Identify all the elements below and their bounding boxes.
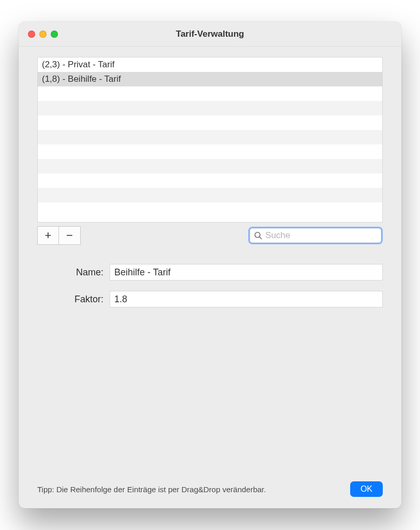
name-row: Name:: [37, 264, 383, 281]
list-toolbar: + −: [37, 225, 383, 246]
search-field[interactable]: [248, 227, 383, 244]
remove-button[interactable]: −: [59, 226, 81, 245]
traffic-lights: [28, 31, 58, 38]
list-item[interactable]: [38, 173, 382, 188]
close-icon[interactable]: [28, 31, 35, 38]
window: Tarif-Verwaltung (2,3) - Privat - Tarif(…: [19, 22, 401, 508]
name-label: Name:: [37, 267, 110, 278]
list-item[interactable]: [38, 188, 382, 202]
add-remove-group: + −: [37, 226, 81, 245]
faktor-row: Faktor:: [37, 291, 383, 307]
search-input[interactable]: [265, 230, 377, 241]
detail-form: Name: Faktor:: [37, 264, 383, 318]
list-item[interactable]: (1,8) - Beihilfe - Tarif: [38, 72, 382, 86]
list-item[interactable]: [38, 144, 382, 159]
list-item[interactable]: [38, 159, 382, 173]
list-item[interactable]: [38, 101, 382, 115]
faktor-label: Faktor:: [37, 294, 110, 305]
svg-line-1: [260, 237, 262, 239]
tip-text: Tipp: Die Reihenfolge der Einträge ist p…: [37, 485, 266, 494]
content-area: (2,3) - Privat - Tarif(1,8) - Beihilfe -…: [19, 47, 401, 473]
window-title: Tarif-Verwaltung: [19, 29, 401, 39]
faktor-field[interactable]: [110, 291, 383, 307]
list-item[interactable]: [38, 202, 382, 217]
titlebar: Tarif-Verwaltung: [19, 22, 401, 47]
ok-button[interactable]: OK: [350, 481, 383, 497]
add-button[interactable]: +: [37, 226, 59, 245]
name-field[interactable]: [110, 264, 383, 281]
footer: Tipp: Die Reihenfolge der Einträge ist p…: [19, 473, 401, 508]
search-icon: [254, 231, 262, 240]
list-item[interactable]: [38, 115, 382, 130]
minimize-icon[interactable]: [39, 31, 47, 38]
list-item[interactable]: [38, 130, 382, 144]
list-item[interactable]: (2,3) - Privat - Tarif: [38, 57, 382, 72]
list-item[interactable]: [38, 86, 382, 101]
tariff-list[interactable]: (2,3) - Privat - Tarif(1,8) - Beihilfe -…: [37, 57, 383, 223]
zoom-icon[interactable]: [51, 31, 58, 38]
